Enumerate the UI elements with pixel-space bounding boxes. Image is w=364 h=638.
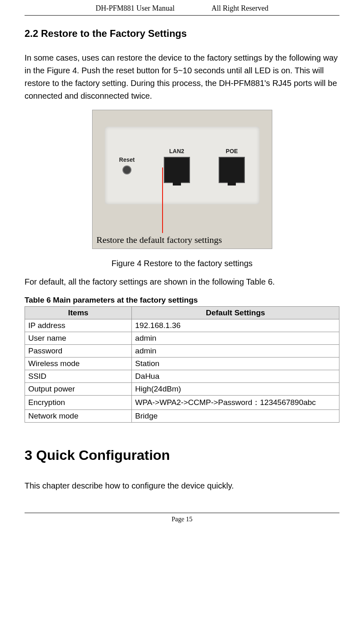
- chapter-3-paragraph: This chapter describe how to configure t…: [25, 480, 339, 492]
- reset-area: Reset: [119, 156, 135, 174]
- page-footer: Page 15: [25, 513, 339, 523]
- table-cell-value: DaHua: [132, 370, 339, 383]
- page-number: Page 15: [172, 516, 192, 523]
- table-cell-value: admin: [132, 345, 339, 357]
- rj45-port-icon: [219, 157, 245, 183]
- rj45-port-icon: [164, 157, 190, 183]
- table-header-row: Items Default Settings: [25, 307, 339, 319]
- section-2-2-paragraph: In some cases, uses can restore the devi…: [25, 52, 339, 102]
- figure-overlay-caption: Restore the default factory settings: [97, 234, 268, 246]
- paragraph-after-figure: For default, all the factory settings ar…: [25, 276, 339, 288]
- table-row: Encryption WPA->WPA2->CCMP->Password：123…: [25, 396, 339, 410]
- lan2-label: LAN2: [164, 148, 190, 154]
- table-6: Items Default Settings IP address 192.16…: [25, 306, 339, 423]
- lan2-port-area: LAN2: [164, 148, 190, 183]
- table-cell-item: IP address: [25, 319, 132, 332]
- table-header-items: Items: [25, 307, 132, 319]
- table-row: IP address 192.168.1.36: [25, 319, 339, 332]
- table-cell-item: Output power: [25, 383, 132, 396]
- table-cell-item: Network mode: [25, 410, 132, 423]
- figure-4-caption: Figure 4 Restore to the factory settings: [25, 259, 339, 268]
- table-cell-value: Bridge: [132, 410, 339, 423]
- table-cell-item: Encryption: [25, 396, 132, 410]
- callout-line-icon: [162, 167, 163, 233]
- table-row: Network mode Bridge: [25, 410, 339, 423]
- section-2-2-heading: 2.2 Restore to the Factory Settings: [25, 28, 339, 39]
- table-cell-item: SSID: [25, 370, 132, 383]
- page-header: DH-PFM881 User Manual All Right Reserved: [25, 0, 339, 16]
- table-header-default: Default Settings: [132, 307, 339, 319]
- table-6-title: Table 6 Main parameters at the factory s…: [25, 296, 339, 305]
- table-cell-value: admin: [132, 332, 339, 345]
- poe-label: POE: [219, 148, 245, 154]
- header-left: DH-PFM881 User Manual: [96, 4, 175, 13]
- device-panel: Reset LAN2 POE: [105, 127, 260, 204]
- figure-4: Reset LAN2 POE Restore the default facto…: [25, 110, 339, 268]
- table-row: Password admin: [25, 345, 339, 357]
- reset-button-icon: [122, 165, 131, 174]
- table-cell-value: WPA->WPA2->CCMP->Password：1234567890abc: [132, 396, 339, 410]
- table-cell-value: Station: [132, 357, 339, 370]
- reset-label: Reset: [119, 156, 135, 163]
- table-cell-item: User name: [25, 332, 132, 345]
- device-photo: Reset LAN2 POE Restore the default facto…: [92, 110, 272, 249]
- table-row: Wireless mode Station: [25, 357, 339, 370]
- table-cell-item: Password: [25, 345, 132, 357]
- header-right: All Right Reserved: [212, 4, 269, 13]
- table-row: User name admin: [25, 332, 339, 345]
- table-cell-value: High(24dBm): [132, 383, 339, 396]
- table-row: SSID DaHua: [25, 370, 339, 383]
- table-cell-value: 192.168.1.36: [132, 319, 339, 332]
- table-row: Output power High(24dBm): [25, 383, 339, 396]
- table-cell-item: Wireless mode: [25, 357, 132, 370]
- chapter-3-heading: 3 Quick Configuration: [25, 447, 339, 463]
- poe-port-area: POE: [219, 148, 245, 183]
